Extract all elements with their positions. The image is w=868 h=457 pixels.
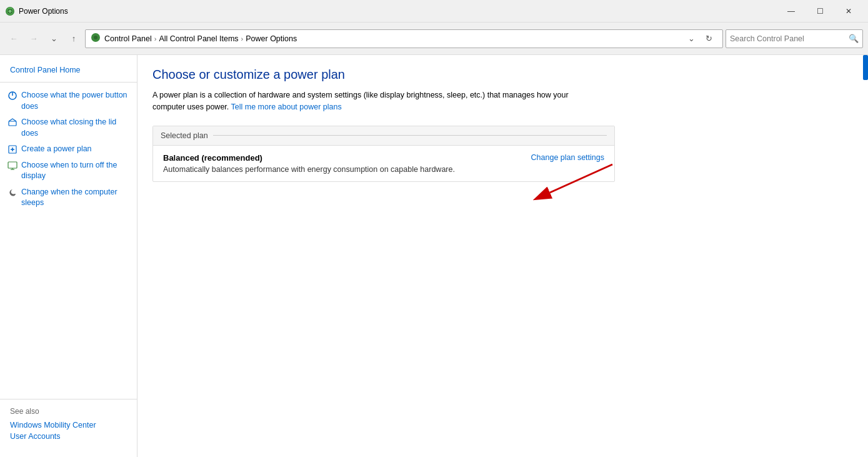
window-controls: — ☐ ✕ <box>777 0 863 23</box>
sidebar-link-lid[interactable]: Choose what closing the lid does <box>7 114 137 141</box>
user-accounts-link[interactable]: User Accounts <box>10 431 127 442</box>
forward-button[interactable]: → <box>25 30 42 48</box>
scrollbar-accent <box>863 55 868 80</box>
content-area: Choose or customize a power plan A power… <box>137 55 868 457</box>
change-plan-settings-link[interactable]: Change plan settings <box>531 153 604 162</box>
title-bar: Power Options — ☐ ✕ <box>0 0 868 23</box>
display-icon <box>7 161 17 171</box>
plan-description: Automatically balances performance with … <box>163 165 455 174</box>
sidebar: Control Panel Home Choose what the power… <box>0 55 137 457</box>
address-dropdown-button[interactable]: ⌄ <box>682 30 700 48</box>
sleep-link-text[interactable]: Change when the computer sleeps <box>21 187 132 209</box>
breadcrumb-part-3[interactable]: Power Options <box>246 34 297 43</box>
refresh-button[interactable]: ↻ <box>700 30 717 48</box>
breadcrumb: Control Panel › All Control Panel Items … <box>104 34 679 43</box>
selected-plan-label: Selected plan <box>161 131 208 140</box>
selected-plan-header: Selected plan <box>153 126 614 146</box>
plan-info: Balanced (recommended) Automatically bal… <box>163 153 455 174</box>
sleep-icon <box>7 188 17 198</box>
up-button[interactable]: ↑ <box>65 30 82 48</box>
see-also-title: See also <box>10 407 127 416</box>
sidebar-link-sleep[interactable]: Change when the computer sleeps <box>7 184 137 211</box>
main-layout: Control Panel Home Choose what the power… <box>0 55 868 457</box>
app-icon <box>5 6 15 16</box>
address-bar-input[interactable]: Control Panel › All Control Panel Items … <box>85 29 723 48</box>
breadcrumb-sep-1: › <box>154 35 157 43</box>
learn-more-link[interactable]: Tell me more about power plans <box>231 103 342 111</box>
selected-plan-divider <box>213 135 607 136</box>
breadcrumb-part-2[interactable]: All Control Panel Items <box>159 34 238 43</box>
address-icon <box>91 33 101 44</box>
search-box[interactable]: 🔍 <box>726 29 863 48</box>
power-button-link-text[interactable]: Choose what the power button does <box>21 90 132 112</box>
maximize-button[interactable]: ☐ <box>806 0 834 23</box>
power-button-icon <box>7 91 17 101</box>
close-button[interactable]: ✕ <box>834 0 863 23</box>
lid-link-text[interactable]: Choose what closing the lid does <box>21 117 132 139</box>
content-description: A power plan is a collection of hardware… <box>152 89 590 113</box>
description-text: A power plan is a collection of hardware… <box>152 91 569 111</box>
control-panel-home-link[interactable]: Control Panel Home <box>10 66 81 74</box>
sidebar-links: Choose what the power button does Choose… <box>0 88 137 399</box>
minimize-button[interactable]: — <box>777 0 806 23</box>
svg-point-3 <box>94 36 97 39</box>
selected-plan-section: Selected plan Balanced (recommended) Aut… <box>152 126 615 182</box>
breadcrumb-sep-2: › <box>241 35 244 43</box>
sidebar-home: Control Panel Home <box>0 63 137 82</box>
lid-icon <box>7 118 17 128</box>
page-title: Choose or customize a power plan <box>152 68 853 82</box>
breadcrumb-part-1[interactable]: Control Panel <box>104 34 152 43</box>
sidebar-divider <box>0 82 137 83</box>
windows-mobility-center-link[interactable]: Windows Mobility Center <box>10 419 127 431</box>
recent-button[interactable]: ⌄ <box>45 30 62 48</box>
plan-item-balanced: Balanced (recommended) Automatically bal… <box>153 146 614 181</box>
plan-name: Balanced (recommended) <box>163 153 455 163</box>
create-plan-icon <box>7 144 17 154</box>
sidebar-link-power-button[interactable]: Choose what the power button does <box>7 88 137 114</box>
sidebar-footer: See also Windows Mobility Center User Ac… <box>0 399 137 449</box>
search-input[interactable] <box>730 34 846 43</box>
window-title: Power Options <box>19 7 68 16</box>
svg-rect-6 <box>9 121 16 126</box>
address-bar: ← → ⌄ ↑ Control Panel › All Control Pane… <box>0 23 868 55</box>
svg-rect-10 <box>8 162 17 168</box>
display-link-text[interactable]: Choose when to turn off the display <box>21 160 132 182</box>
search-icon: 🔍 <box>849 34 859 43</box>
sidebar-link-create-plan[interactable]: Create a power plan <box>7 141 137 158</box>
sidebar-link-display[interactable]: Choose when to turn off the display <box>7 158 137 184</box>
back-button[interactable]: ← <box>5 30 22 48</box>
create-plan-link-text[interactable]: Create a power plan <box>21 144 92 155</box>
